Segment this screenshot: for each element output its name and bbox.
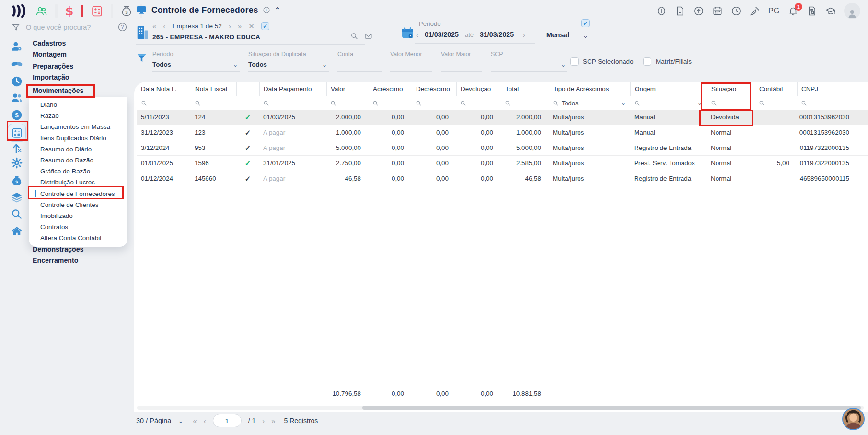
table-row[interactable]: 3/12/2024953✓A pagar5.000,000,000,000,00… [137, 140, 868, 156]
prev-period-button[interactable]: ‹ [416, 31, 418, 38]
search-icon[interactable] [372, 100, 379, 106]
submenu-item-distribuicao-lucros[interactable]: Distribuição Lucros [29, 177, 127, 188]
add-icon[interactable] [656, 6, 667, 16]
horizontal-scrollbar-thumb[interactable] [362, 406, 861, 410]
search-icon[interactable] [263, 100, 269, 106]
upload-icon[interactable] [694, 6, 704, 16]
sidebar-item-cadastros[interactable]: Cadastros [33, 39, 66, 47]
last-page-button[interactable]: » [271, 417, 275, 424]
column-header-devolucao[interactable]: Devolução [456, 82, 501, 96]
growth-icon[interactable] [11, 142, 23, 154]
finance-icon[interactable] [11, 109, 23, 121]
education-icon[interactable] [825, 6, 836, 16]
period-from-field[interactable]: 01/03/2025 [425, 31, 459, 38]
submenu-item-grafico-do-razao[interactable]: Gráfico do Razão [29, 166, 127, 177]
table-row[interactable]: 5/11/2023124✓01/03/20252.000,000,000,000… [137, 110, 868, 125]
column-filter-cnpj[interactable] [797, 96, 867, 110]
pg-icon[interactable]: PG [768, 7, 780, 15]
search-icon[interactable] [634, 100, 640, 106]
search-icon[interactable] [330, 100, 336, 106]
column-header-pago[interactable] [236, 82, 259, 96]
company-checkbox[interactable]: ✓ [261, 22, 269, 30]
partners-icon[interactable] [11, 57, 23, 70]
column-header-contabil[interactable]: Contábil [755, 82, 797, 96]
accounting-module-icon[interactable] [91, 5, 103, 17]
submenu-item-resumo-do-diario[interactable]: Resumo do Diário [29, 144, 127, 155]
submenu-item-diario[interactable]: Diário [29, 99, 127, 110]
search-icon[interactable] [711, 100, 717, 106]
funds-icon[interactable] [11, 174, 23, 187]
submenu-item-controle-de-clientes[interactable]: Controle de Clientes [29, 199, 127, 210]
submenu-item-imobilizado[interactable]: Imobilizado [29, 210, 127, 221]
prev-page-button[interactable]: ‹ [204, 417, 206, 424]
last-company-button[interactable]: » [238, 23, 242, 30]
table-row[interactable]: 01/01/20251596✓31/01/20252.750,000,000,0… [137, 156, 868, 171]
page-size-chevron-icon[interactable]: ⌄ [178, 418, 183, 424]
page-size-select[interactable]: 30 / Página [136, 417, 171, 424]
period-mode-chevron-icon[interactable]: ⌄ [583, 33, 588, 39]
column-header-nota-fiscal[interactable]: Nota Fiscal [191, 82, 236, 96]
submenu-item-contratos[interactable]: Contratos [29, 221, 127, 232]
submenu-item-resumo-do-razao[interactable]: Resumo do Razão [29, 155, 127, 166]
users-icon[interactable] [11, 92, 23, 104]
column-header-data-nota-f[interactable]: Data Nota F. [137, 82, 191, 96]
column-header-valor[interactable]: Valor [326, 82, 369, 96]
column-header-data-pagamento[interactable]: Data Pagamento [259, 82, 326, 96]
column-filter-data-pagamento[interactable] [259, 96, 326, 110]
filter-valor-maior[interactable]: Valor Maior [441, 50, 482, 72]
submenu-item-altera-conta-contabil[interactable]: Altera Conta Contábil [29, 232, 127, 243]
user-settings-icon[interactable] [11, 40, 23, 53]
submenu-item-itens-duplicados-diario[interactable]: Itens Duplicados Diário [29, 133, 127, 144]
column-header-situacao[interactable]: Situação [707, 82, 755, 96]
period-mode-select[interactable]: Mensal [546, 31, 569, 39]
filter-conta[interactable]: Conta [337, 50, 382, 72]
chevron-down-icon[interactable]: ⌄ [561, 61, 566, 68]
column-filter-decrescimo[interactable] [412, 96, 456, 110]
broom-icon[interactable] [750, 6, 760, 16]
table-row[interactable]: 01/12/2024145660✓A pagar46,580,000,000,0… [137, 171, 868, 186]
filter-situacao-duplicata[interactable]: Situação da Duplicata Todos ⌄ [248, 50, 329, 72]
column-filter-pago[interactable] [236, 96, 259, 110]
column-filter-acrescimo[interactable] [369, 96, 412, 110]
column-filter-origem[interactable]: ⌄ [630, 96, 707, 110]
column-filter-devolucao[interactable] [456, 96, 501, 110]
column-filter-tipo-de-acrescimos[interactable]: Todos⌄ [549, 96, 630, 110]
next-page-button[interactable]: › [262, 417, 265, 424]
column-header-tipo-de-acrescimos[interactable]: Tipo de Acréscimos [549, 82, 630, 96]
layers-icon[interactable] [11, 191, 23, 204]
search-icon[interactable] [505, 100, 511, 106]
clock-icon[interactable] [731, 6, 741, 16]
first-page-button[interactable]: « [193, 417, 197, 424]
help-icon[interactable] [117, 22, 127, 32]
support-avatar[interactable] [842, 408, 865, 430]
column-header-origem[interactable]: Origem [630, 82, 707, 96]
scp-selecionado-checkbox[interactable]: SCP Selecionado [570, 57, 634, 66]
search-icon[interactable] [759, 100, 765, 106]
payroll-module-icon[interactable] [121, 5, 132, 17]
notifications-icon[interactable]: 1 [788, 6, 799, 16]
filter-valor-menor[interactable]: Valor Menor [390, 50, 432, 72]
settings-icon[interactable] [11, 157, 23, 169]
column-filter-total[interactable] [501, 96, 549, 110]
column-header-acrescimo[interactable]: Acréscimo [369, 82, 412, 96]
column-header-decrescimo[interactable]: Decréscimo [412, 82, 456, 96]
chevron-down-icon[interactable]: ⌄ [697, 100, 702, 106]
audit-document-icon[interactable] [807, 6, 817, 16]
search-icon[interactable] [553, 100, 559, 106]
company-search-icon[interactable] [350, 32, 359, 40]
prev-company-button[interactable]: ‹ [163, 23, 165, 30]
user-avatar[interactable] [844, 3, 860, 19]
sidebar-item-importacao[interactable]: Importação [33, 73, 69, 81]
document-icon[interactable] [675, 6, 685, 16]
period-checkbox[interactable]: ✓ [581, 19, 590, 27]
company-mail-icon[interactable] [364, 32, 372, 40]
next-period-button[interactable]: › [523, 31, 525, 38]
table-row[interactable]: 31/12/2023123✓A pagar1.000,000,000,000,0… [137, 125, 868, 140]
search-icon[interactable] [195, 100, 201, 106]
first-company-button[interactable]: « [152, 23, 156, 30]
column-filter-nota-fiscal[interactable] [191, 96, 236, 110]
column-header-total[interactable]: Total [501, 82, 549, 96]
collapse-icon[interactable]: ⌃ [275, 6, 281, 14]
sidebar-item-encerramento[interactable]: Encerramento [33, 256, 78, 264]
next-company-button[interactable]: › [229, 23, 231, 30]
